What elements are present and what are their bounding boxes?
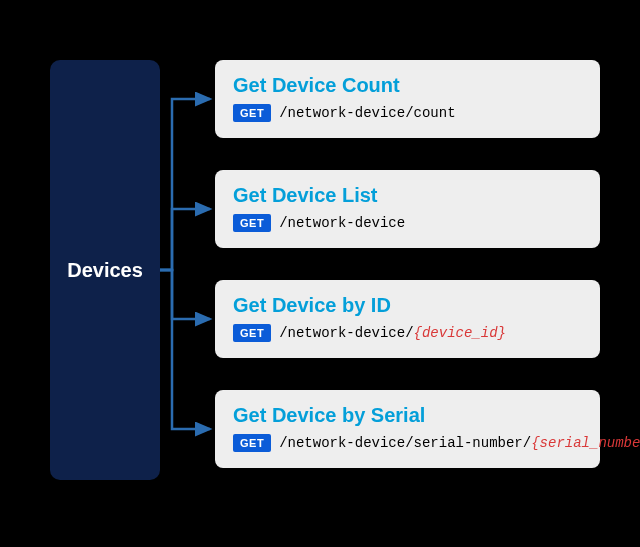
endpoint-path: /network-device/{device_id} (279, 325, 506, 341)
endpoint-card-device-count: Get Device Count GET /network-device/cou… (215, 60, 600, 138)
endpoint-title: Get Device by Serial (233, 404, 582, 426)
endpoint-row: GET /network-device (233, 214, 582, 232)
endpoint-row: GET /network-device/count (233, 104, 582, 122)
endpoint-row: GET /network-device/serial-number/{seria… (233, 434, 582, 452)
path-param: {serial_number} (531, 435, 640, 451)
diagram-stage: Devices Get Device Count GET /network-de… (0, 0, 640, 547)
endpoint-path: /network-device/count (279, 105, 455, 121)
endpoint-card-device-list: Get Device List GET /network-device (215, 170, 600, 248)
path-param: {device_id} (414, 325, 506, 341)
endpoint-cards: Get Device Count GET /network-device/cou… (215, 60, 600, 468)
http-method-badge: GET (233, 104, 271, 122)
connector-arrows (160, 60, 215, 480)
endpoint-path: /network-device (279, 215, 405, 231)
http-method-badge: GET (233, 324, 271, 342)
endpoint-title: Get Device List (233, 184, 582, 206)
endpoint-card-device-by-id: Get Device by ID GET /network-device/{de… (215, 280, 600, 358)
endpoint-title: Get Device by ID (233, 294, 582, 316)
endpoint-card-device-by-serial: Get Device by Serial GET /network-device… (215, 390, 600, 468)
devices-label: Devices (67, 259, 143, 282)
http-method-badge: GET (233, 214, 271, 232)
http-method-badge: GET (233, 434, 271, 452)
endpoint-title: Get Device Count (233, 74, 582, 96)
endpoint-row: GET /network-device/{device_id} (233, 324, 582, 342)
endpoint-path: /network-device/serial-number/{serial_nu… (279, 435, 640, 451)
devices-source-box: Devices (50, 60, 160, 480)
